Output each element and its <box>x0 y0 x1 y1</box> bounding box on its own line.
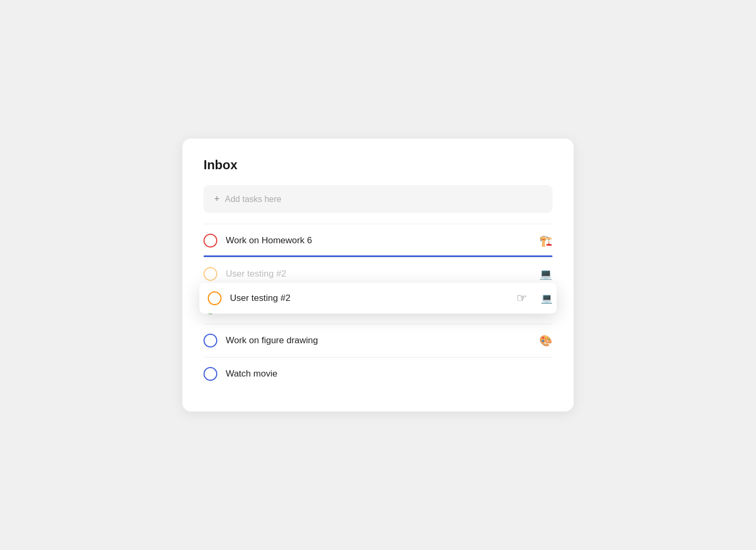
task-item[interactable]: Work on Homework 6 🏗️ <box>204 224 552 257</box>
drag-ghost: User testing #2 ☞ 💻 <box>199 283 557 314</box>
task-label: Watch movie <box>226 369 552 379</box>
drag-ghost-checkbox <box>208 291 222 305</box>
inbox-card: Inbox + Add tasks here Work on Homework … <box>182 139 574 411</box>
add-task-bar[interactable]: + Add tasks here <box>204 185 552 213</box>
task-label: Work on figure drawing <box>226 335 534 346</box>
add-task-label: Add tasks here <box>225 195 282 204</box>
plus-icon: + <box>214 194 220 205</box>
task-item[interactable]: Work on figure drawing 🎨 <box>204 324 552 357</box>
task-label: Work on Homework 6 <box>226 235 534 246</box>
task-icon: 💻 <box>539 268 552 280</box>
task-icon: 🎨 <box>539 334 552 347</box>
task-checkbox[interactable] <box>204 267 217 281</box>
card-title: Inbox <box>204 158 552 172</box>
drag-ghost-icon: 💻 <box>541 292 552 304</box>
task-checkbox[interactable] <box>204 367 217 381</box>
task-item[interactable]: Watch movie <box>204 357 552 390</box>
task-icon: 🏗️ <box>539 234 552 247</box>
drag-ghost-label: User testing #2 <box>230 293 508 304</box>
task-checkbox[interactable] <box>204 234 217 248</box>
task-list: Work on Homework 6 🏗️ User testing #2 ☞ … <box>204 224 552 390</box>
drag-cursor-icon: ☞ <box>517 291 527 305</box>
task-checkbox[interactable] <box>204 334 217 347</box>
task-label: User testing #2 <box>226 269 534 279</box>
